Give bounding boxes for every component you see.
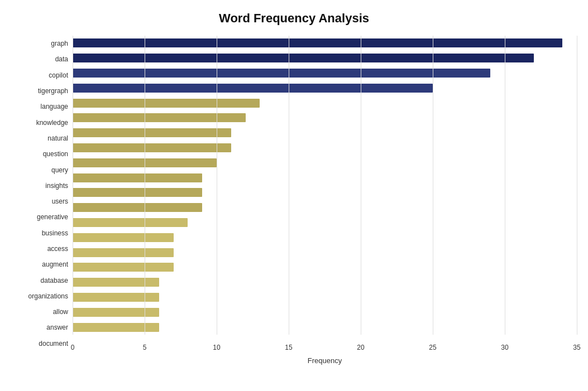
bar-question — [73, 143, 231, 152]
bar-language — [73, 99, 260, 108]
bar-copilot — [73, 69, 490, 78]
y-label-users: users — [52, 195, 68, 207]
bar-row-language — [73, 97, 577, 109]
bar-knowledge — [73, 113, 246, 122]
y-label-access: access — [47, 243, 68, 255]
y-label-insights: insights — [45, 180, 68, 192]
bar-graph — [73, 38, 562, 47]
bar-document — [73, 323, 159, 332]
x-tick-20: 20 — [357, 344, 364, 351]
bar-natural — [73, 128, 231, 137]
chart-container: Word Frequency Analysis graphdatacopilot… — [0, 0, 588, 391]
y-label-database: database — [41, 274, 68, 287]
bar-query — [73, 158, 217, 167]
chart-title: Word Frequency Analysis — [11, 11, 577, 26]
y-label-query: query — [51, 164, 68, 176]
x-tick-30: 30 — [501, 344, 508, 351]
bar-insights — [73, 173, 202, 182]
y-label-language: language — [41, 100, 68, 113]
x-tick-25: 25 — [429, 344, 436, 351]
grid-line-35 — [577, 36, 577, 335]
bar-row-data — [73, 52, 577, 64]
bar-row-business — [73, 216, 577, 229]
bars-area: 05101520253035 Frequency — [73, 36, 577, 351]
bar-row-access — [73, 231, 577, 244]
y-label-data: data — [55, 53, 68, 65]
bar-access — [73, 233, 174, 242]
bar-row-augment — [73, 247, 577, 259]
y-label-answer: answer — [46, 321, 68, 334]
bar-allow — [73, 293, 159, 302]
y-label-business: business — [42, 227, 68, 239]
x-tick-35: 35 — [573, 344, 580, 351]
bar-row-copilot — [73, 67, 577, 79]
bar-augment — [73, 248, 174, 257]
y-label-question: question — [43, 148, 68, 160]
y-label-tigergraph: tigergraph — [38, 85, 68, 97]
bar-row-question — [73, 142, 577, 154]
bar-row-insights — [73, 172, 577, 184]
bar-database — [73, 263, 174, 272]
bar-row-database — [73, 261, 577, 273]
bar-row-natural — [73, 127, 577, 139]
bar-row-query — [73, 157, 577, 169]
bar-organizations — [73, 278, 159, 287]
bar-row-organizations — [73, 276, 577, 288]
bar-row-generative — [73, 201, 577, 214]
x-tick-10: 10 — [213, 344, 220, 351]
bar-business — [73, 218, 188, 227]
x-tick-5: 5 — [143, 344, 147, 351]
y-label-augment: augment — [42, 258, 68, 271]
y-axis: graphdatacopilottigergraphlanguageknowle… — [11, 36, 73, 351]
y-label-allow: allow — [53, 306, 68, 318]
x-axis-title: Frequency — [73, 356, 577, 365]
bar-answer — [73, 308, 159, 317]
x-tick-15: 15 — [285, 344, 292, 351]
y-label-organizations: organizations — [28, 290, 68, 302]
bar-row-answer — [73, 306, 577, 318]
x-tick-0: 0 — [71, 344, 75, 351]
y-label-graph: graph — [51, 37, 68, 50]
bar-row-document — [73, 321, 577, 334]
bar-data — [73, 54, 534, 62]
bar-row-graph — [73, 37, 577, 49]
bar-row-users — [73, 186, 577, 199]
y-label-document: document — [39, 337, 68, 350]
y-label-copilot: copilot — [49, 69, 68, 81]
bar-row-tigergraph — [73, 82, 577, 94]
bar-row-knowledge — [73, 112, 577, 124]
bar-row-allow — [73, 291, 577, 303]
bar-users — [73, 188, 202, 197]
bar-generative — [73, 203, 202, 212]
bar-tigergraph — [73, 84, 433, 93]
y-label-knowledge: knowledge — [36, 117, 68, 129]
y-label-generative: generative — [37, 211, 68, 223]
y-label-natural: natural — [47, 132, 68, 144]
